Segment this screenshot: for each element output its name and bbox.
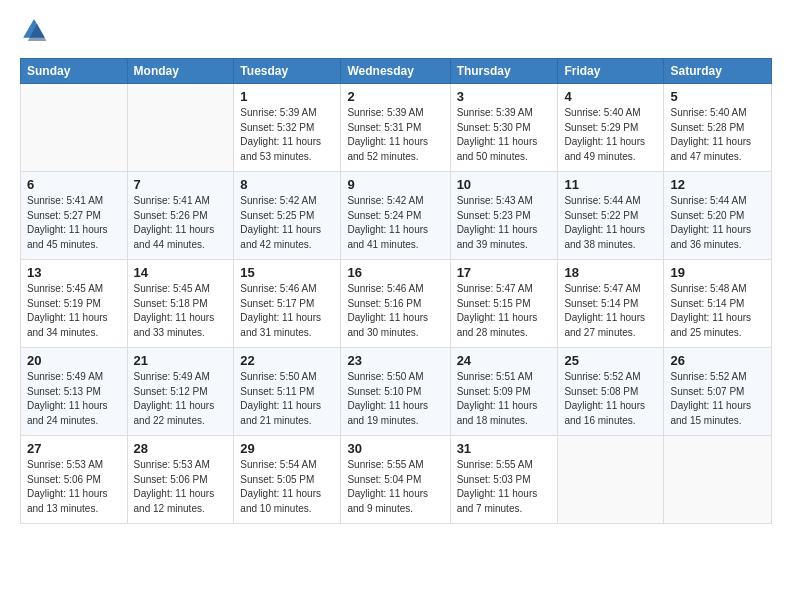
calendar-cell: 4Sunrise: 5:40 AM Sunset: 5:29 PM Daylig… [558, 84, 664, 172]
day-number: 17 [457, 265, 552, 280]
day-number: 25 [564, 353, 657, 368]
day-number: 4 [564, 89, 657, 104]
day-info: Sunrise: 5:51 AM Sunset: 5:09 PM Dayligh… [457, 370, 552, 428]
calendar-week-4: 20Sunrise: 5:49 AM Sunset: 5:13 PM Dayli… [21, 348, 772, 436]
day-number: 30 [347, 441, 443, 456]
day-info: Sunrise: 5:53 AM Sunset: 5:06 PM Dayligh… [27, 458, 121, 516]
day-info: Sunrise: 5:53 AM Sunset: 5:06 PM Dayligh… [134, 458, 228, 516]
calendar-cell: 28Sunrise: 5:53 AM Sunset: 5:06 PM Dayli… [127, 436, 234, 524]
page: SundayMondayTuesdayWednesdayThursdayFrid… [0, 0, 792, 540]
day-info: Sunrise: 5:42 AM Sunset: 5:24 PM Dayligh… [347, 194, 443, 252]
day-number: 22 [240, 353, 334, 368]
calendar-table: SundayMondayTuesdayWednesdayThursdayFrid… [20, 58, 772, 524]
calendar-cell: 3Sunrise: 5:39 AM Sunset: 5:30 PM Daylig… [450, 84, 558, 172]
calendar-cell: 2Sunrise: 5:39 AM Sunset: 5:31 PM Daylig… [341, 84, 450, 172]
calendar-cell: 5Sunrise: 5:40 AM Sunset: 5:28 PM Daylig… [664, 84, 772, 172]
day-info: Sunrise: 5:50 AM Sunset: 5:10 PM Dayligh… [347, 370, 443, 428]
day-number: 15 [240, 265, 334, 280]
calendar-cell: 1Sunrise: 5:39 AM Sunset: 5:32 PM Daylig… [234, 84, 341, 172]
day-info: Sunrise: 5:54 AM Sunset: 5:05 PM Dayligh… [240, 458, 334, 516]
calendar-week-5: 27Sunrise: 5:53 AM Sunset: 5:06 PM Dayli… [21, 436, 772, 524]
day-number: 19 [670, 265, 765, 280]
day-info: Sunrise: 5:41 AM Sunset: 5:26 PM Dayligh… [134, 194, 228, 252]
calendar-cell [664, 436, 772, 524]
calendar-cell: 21Sunrise: 5:49 AM Sunset: 5:12 PM Dayli… [127, 348, 234, 436]
day-number: 7 [134, 177, 228, 192]
day-info: Sunrise: 5:43 AM Sunset: 5:23 PM Dayligh… [457, 194, 552, 252]
day-number: 11 [564, 177, 657, 192]
day-info: Sunrise: 5:39 AM Sunset: 5:31 PM Dayligh… [347, 106, 443, 164]
day-info: Sunrise: 5:45 AM Sunset: 5:18 PM Dayligh… [134, 282, 228, 340]
day-number: 13 [27, 265, 121, 280]
calendar-cell: 24Sunrise: 5:51 AM Sunset: 5:09 PM Dayli… [450, 348, 558, 436]
day-info: Sunrise: 5:44 AM Sunset: 5:20 PM Dayligh… [670, 194, 765, 252]
day-number: 1 [240, 89, 334, 104]
calendar-cell: 14Sunrise: 5:45 AM Sunset: 5:18 PM Dayli… [127, 260, 234, 348]
day-number: 21 [134, 353, 228, 368]
day-info: Sunrise: 5:42 AM Sunset: 5:25 PM Dayligh… [240, 194, 334, 252]
calendar-cell: 9Sunrise: 5:42 AM Sunset: 5:24 PM Daylig… [341, 172, 450, 260]
calendar-cell: 17Sunrise: 5:47 AM Sunset: 5:15 PM Dayli… [450, 260, 558, 348]
day-info: Sunrise: 5:45 AM Sunset: 5:19 PM Dayligh… [27, 282, 121, 340]
calendar-cell: 10Sunrise: 5:43 AM Sunset: 5:23 PM Dayli… [450, 172, 558, 260]
day-number: 31 [457, 441, 552, 456]
calendar-cell: 27Sunrise: 5:53 AM Sunset: 5:06 PM Dayli… [21, 436, 128, 524]
day-info: Sunrise: 5:48 AM Sunset: 5:14 PM Dayligh… [670, 282, 765, 340]
calendar-cell: 12Sunrise: 5:44 AM Sunset: 5:20 PM Dayli… [664, 172, 772, 260]
day-number: 9 [347, 177, 443, 192]
day-number: 28 [134, 441, 228, 456]
day-number: 26 [670, 353, 765, 368]
day-number: 5 [670, 89, 765, 104]
weekday-header-thursday: Thursday [450, 59, 558, 84]
weekday-header-monday: Monday [127, 59, 234, 84]
day-number: 10 [457, 177, 552, 192]
day-number: 8 [240, 177, 334, 192]
day-info: Sunrise: 5:46 AM Sunset: 5:17 PM Dayligh… [240, 282, 334, 340]
calendar-cell: 18Sunrise: 5:47 AM Sunset: 5:14 PM Dayli… [558, 260, 664, 348]
calendar-cell: 15Sunrise: 5:46 AM Sunset: 5:17 PM Dayli… [234, 260, 341, 348]
logo [20, 16, 50, 44]
day-info: Sunrise: 5:47 AM Sunset: 5:15 PM Dayligh… [457, 282, 552, 340]
day-info: Sunrise: 5:46 AM Sunset: 5:16 PM Dayligh… [347, 282, 443, 340]
day-number: 16 [347, 265, 443, 280]
calendar-cell [127, 84, 234, 172]
day-number: 24 [457, 353, 552, 368]
day-info: Sunrise: 5:39 AM Sunset: 5:32 PM Dayligh… [240, 106, 334, 164]
day-info: Sunrise: 5:44 AM Sunset: 5:22 PM Dayligh… [564, 194, 657, 252]
calendar-cell: 8Sunrise: 5:42 AM Sunset: 5:25 PM Daylig… [234, 172, 341, 260]
calendar-cell: 13Sunrise: 5:45 AM Sunset: 5:19 PM Dayli… [21, 260, 128, 348]
weekday-header-sunday: Sunday [21, 59, 128, 84]
calendar-week-3: 13Sunrise: 5:45 AM Sunset: 5:19 PM Dayli… [21, 260, 772, 348]
calendar-cell: 22Sunrise: 5:50 AM Sunset: 5:11 PM Dayli… [234, 348, 341, 436]
calendar-cell: 6Sunrise: 5:41 AM Sunset: 5:27 PM Daylig… [21, 172, 128, 260]
weekday-header-saturday: Saturday [664, 59, 772, 84]
day-info: Sunrise: 5:49 AM Sunset: 5:13 PM Dayligh… [27, 370, 121, 428]
day-info: Sunrise: 5:40 AM Sunset: 5:28 PM Dayligh… [670, 106, 765, 164]
day-info: Sunrise: 5:55 AM Sunset: 5:03 PM Dayligh… [457, 458, 552, 516]
day-number: 14 [134, 265, 228, 280]
weekday-header-tuesday: Tuesday [234, 59, 341, 84]
day-number: 3 [457, 89, 552, 104]
day-number: 20 [27, 353, 121, 368]
calendar-cell: 7Sunrise: 5:41 AM Sunset: 5:26 PM Daylig… [127, 172, 234, 260]
weekday-header-wednesday: Wednesday [341, 59, 450, 84]
day-number: 23 [347, 353, 443, 368]
day-info: Sunrise: 5:52 AM Sunset: 5:07 PM Dayligh… [670, 370, 765, 428]
day-number: 12 [670, 177, 765, 192]
calendar-cell: 16Sunrise: 5:46 AM Sunset: 5:16 PM Dayli… [341, 260, 450, 348]
calendar-week-1: 1Sunrise: 5:39 AM Sunset: 5:32 PM Daylig… [21, 84, 772, 172]
calendar-cell: 30Sunrise: 5:55 AM Sunset: 5:04 PM Dayli… [341, 436, 450, 524]
weekday-header-row: SundayMondayTuesdayWednesdayThursdayFrid… [21, 59, 772, 84]
calendar-cell [558, 436, 664, 524]
calendar-cell: 11Sunrise: 5:44 AM Sunset: 5:22 PM Dayli… [558, 172, 664, 260]
calendar-cell: 20Sunrise: 5:49 AM Sunset: 5:13 PM Dayli… [21, 348, 128, 436]
day-info: Sunrise: 5:40 AM Sunset: 5:29 PM Dayligh… [564, 106, 657, 164]
day-number: 18 [564, 265, 657, 280]
calendar-week-2: 6Sunrise: 5:41 AM Sunset: 5:27 PM Daylig… [21, 172, 772, 260]
calendar-cell: 31Sunrise: 5:55 AM Sunset: 5:03 PM Dayli… [450, 436, 558, 524]
logo-icon [20, 16, 48, 44]
day-info: Sunrise: 5:50 AM Sunset: 5:11 PM Dayligh… [240, 370, 334, 428]
day-info: Sunrise: 5:47 AM Sunset: 5:14 PM Dayligh… [564, 282, 657, 340]
day-info: Sunrise: 5:52 AM Sunset: 5:08 PM Dayligh… [564, 370, 657, 428]
day-info: Sunrise: 5:41 AM Sunset: 5:27 PM Dayligh… [27, 194, 121, 252]
